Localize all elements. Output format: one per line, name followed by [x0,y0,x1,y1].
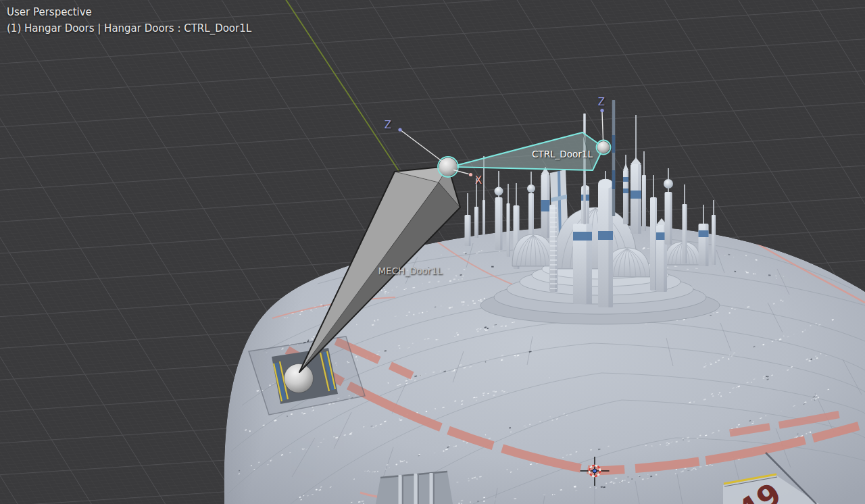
bone-joint-sphere[interactable] [438,157,458,177]
axis-label-z-right: Z [598,96,605,108]
city-tower[interactable] [612,100,616,216]
city-tower[interactable] [541,167,550,238]
city-tower[interactable] [598,171,613,307]
axis-label-z-left: Z [385,119,391,131]
bone-label-mech: MECH_Door1L [378,266,443,276]
city-tower[interactable] [573,224,592,304]
bone-label-ctrl: CTRL_Door1L [532,149,593,159]
city-tower[interactable] [549,205,558,292]
viewport-canvas[interactable]: 49 [0,0,865,504]
axis-dot-z-left [398,128,401,131]
axis-dot-z-right [600,109,603,112]
bone-mech-tail-sphere[interactable] [285,364,314,393]
dome-recess-bay [376,472,453,504]
3d-cursor-center-dot [593,469,597,473]
axis-dot-x [469,173,472,176]
axis-label-x: X [475,174,482,186]
bone-ctrl-head-sphere[interactable] [597,141,611,155]
blender-3d-viewport[interactable]: 49 [0,0,865,504]
